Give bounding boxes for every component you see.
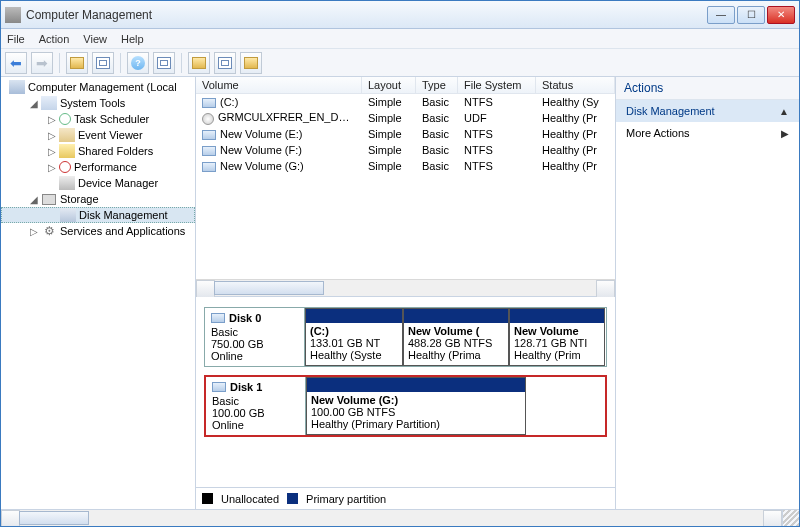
- menu-view[interactable]: View: [83, 33, 107, 45]
- disk-1-row[interactable]: Disk 1 Basic 100.00 GB Online New Volume…: [204, 375, 607, 437]
- scroll-thumb[interactable]: [19, 511, 89, 525]
- volume-header-row: Volume Layout Type File System Status: [196, 77, 615, 94]
- folder-icon: [59, 144, 75, 158]
- storage-icon: [41, 192, 57, 206]
- tree-shared-folders[interactable]: ▷Shared Folders: [1, 143, 195, 159]
- navigation-tree: Computer Management (Local ◢System Tools…: [1, 77, 196, 509]
- drive-icon: [202, 146, 216, 156]
- chevron-right-icon: ▶: [781, 128, 789, 139]
- help-button[interactable]: ?: [127, 52, 149, 74]
- menu-help[interactable]: Help: [121, 33, 144, 45]
- toolbar-button-1[interactable]: [66, 52, 88, 74]
- titlebar[interactable]: Computer Management — ☐ ✕: [1, 1, 799, 29]
- collapse-icon[interactable]: ◢: [27, 194, 41, 205]
- disk-1-label[interactable]: Disk 1 Basic 100.00 GB Online: [206, 377, 306, 435]
- tree-root[interactable]: Computer Management (Local: [1, 79, 195, 95]
- legend-swatch-unallocated: [202, 493, 213, 504]
- device-icon: [59, 176, 75, 190]
- toolbar-button-2[interactable]: [92, 52, 114, 74]
- maximize-button[interactable]: ☐: [737, 6, 765, 24]
- volume-row[interactable]: GRMCULXFRER_EN_DVD (D:)SimpleBasicUDFHea…: [196, 110, 615, 126]
- toolbar-button-5[interactable]: [214, 52, 236, 74]
- tree-performance[interactable]: ▷Performance: [1, 159, 195, 175]
- partition[interactable]: New Volume (G:) 100.00 GB NTFS Healthy (…: [306, 377, 526, 435]
- actions-section[interactable]: Disk Management ▲: [616, 100, 799, 122]
- drive-icon: [202, 98, 216, 108]
- drive-icon: [212, 382, 226, 392]
- forward-button[interactable]: ➡: [31, 52, 53, 74]
- scroll-thumb[interactable]: [214, 281, 324, 295]
- disk-0-label[interactable]: Disk 0 Basic 750.00 GB Online: [205, 308, 305, 366]
- chevron-up-icon: ▲: [779, 106, 789, 117]
- expand-icon[interactable]: ▷: [45, 130, 59, 141]
- disk-graphical-view: Disk 0 Basic 750.00 GB Online (C:) 133.0…: [196, 297, 615, 487]
- minimize-button[interactable]: —: [707, 6, 735, 24]
- drive-icon: [202, 162, 216, 172]
- col-fs[interactable]: File System: [458, 77, 536, 93]
- expand-icon[interactable]: ▷: [45, 114, 59, 125]
- close-button[interactable]: ✕: [767, 6, 795, 24]
- partition[interactable]: New Volume 128.71 GB NTI Healthy (Prim: [509, 308, 605, 366]
- app-icon: [5, 7, 21, 23]
- partition[interactable]: New Volume ( 488.28 GB NTFS Healthy (Pri…: [403, 308, 509, 366]
- legend: Unallocated Primary partition: [196, 487, 615, 509]
- window-controls: — ☐ ✕: [707, 6, 795, 24]
- volume-list: Volume Layout Type File System Status (C…: [196, 77, 615, 297]
- actions-title: Actions: [616, 77, 799, 100]
- status-bar: [1, 509, 799, 526]
- col-type[interactable]: Type: [416, 77, 458, 93]
- actions-pane: Actions Disk Management ▲ More Actions ▶: [616, 77, 799, 509]
- menu-file[interactable]: File: [7, 33, 25, 45]
- expand-icon[interactable]: ▷: [27, 226, 41, 237]
- col-status[interactable]: Status: [536, 77, 615, 93]
- actions-more[interactable]: More Actions ▶: [616, 122, 799, 144]
- volume-row[interactable]: New Volume (G:)SimpleBasicNTFSHealthy (P…: [196, 158, 615, 174]
- performance-icon: [59, 161, 71, 173]
- partition[interactable]: (C:) 133.01 GB NT Healthy (Syste: [305, 308, 403, 366]
- main-content: Computer Management (Local ◢System Tools…: [1, 77, 799, 509]
- center-pane: Volume Layout Type File System Status (C…: [196, 77, 616, 509]
- legend-primary: Primary partition: [306, 493, 386, 505]
- resize-grip[interactable]: [782, 510, 799, 526]
- disk-icon: [60, 208, 76, 222]
- volume-row[interactable]: (C:)SimpleBasicNTFSHealthy (Sy: [196, 94, 615, 110]
- gear-icon: [41, 224, 57, 238]
- cd-icon: [202, 113, 214, 125]
- tree-task-scheduler[interactable]: ▷Task Scheduler: [1, 111, 195, 127]
- event-icon: [59, 128, 75, 142]
- toolbar-button-6[interactable]: [240, 52, 262, 74]
- toolbar-button-4[interactable]: [188, 52, 210, 74]
- expand-icon[interactable]: ▷: [45, 146, 59, 157]
- tree-disk-management[interactable]: Disk Management: [1, 207, 195, 223]
- tools-icon: [41, 96, 57, 110]
- drive-icon: [211, 313, 225, 323]
- legend-swatch-primary: [287, 493, 298, 504]
- management-icon: [9, 80, 25, 94]
- col-layout[interactable]: Layout: [362, 77, 416, 93]
- volume-row[interactable]: New Volume (E:)SimpleBasicNTFSHealthy (P…: [196, 126, 615, 142]
- collapse-icon[interactable]: ◢: [27, 98, 41, 109]
- col-volume[interactable]: Volume: [196, 77, 362, 93]
- menu-action[interactable]: Action: [39, 33, 70, 45]
- tree-services[interactable]: ▷Services and Applications: [1, 223, 195, 239]
- volume-row[interactable]: New Volume (F:)SimpleBasicNTFSHealthy (P…: [196, 142, 615, 158]
- volume-rows: (C:)SimpleBasicNTFSHealthy (Sy GRMCULXFR…: [196, 94, 615, 279]
- tree-system-tools[interactable]: ◢System Tools: [1, 95, 195, 111]
- tree-event-viewer[interactable]: ▷Event Viewer: [1, 127, 195, 143]
- tree-scrollbar[interactable]: [1, 510, 782, 527]
- toolbar-button-3[interactable]: [153, 52, 175, 74]
- horizontal-scrollbar[interactable]: [196, 279, 615, 296]
- clock-icon: [59, 113, 71, 125]
- back-button[interactable]: ⬅: [5, 52, 27, 74]
- expand-icon[interactable]: ▷: [45, 162, 59, 173]
- legend-unallocated: Unallocated: [221, 493, 279, 505]
- tree-storage[interactable]: ◢Storage: [1, 191, 195, 207]
- tree-device-manager[interactable]: Device Manager: [1, 175, 195, 191]
- disk-0-row[interactable]: Disk 0 Basic 750.00 GB Online (C:) 133.0…: [204, 307, 607, 367]
- window-title: Computer Management: [26, 8, 707, 22]
- toolbar: ⬅ ➡ ?: [1, 49, 799, 77]
- menu-bar: File Action View Help: [1, 29, 799, 49]
- drive-icon: [202, 130, 216, 140]
